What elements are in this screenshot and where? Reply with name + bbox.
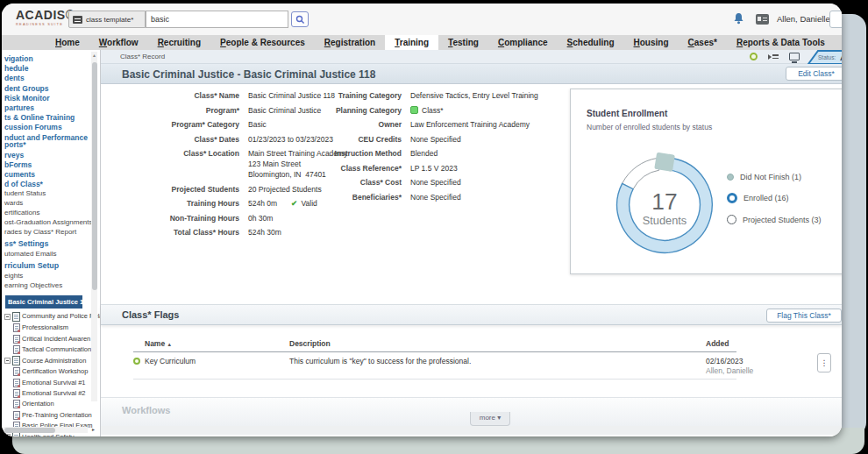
tree-collapse-toggle[interactable] bbox=[4, 358, 11, 364]
sidebar-item-d-of-class[interactable]: d of Class* bbox=[4, 181, 88, 188]
detail-value: LP 1.5 V 2023 bbox=[410, 163, 458, 174]
tree-collapse-toggle[interactable] bbox=[4, 314, 11, 320]
category-color-swatch bbox=[410, 106, 418, 114]
sidebar-item-wards[interactable]: wards bbox=[4, 200, 88, 207]
nav-tab-housing[interactable]: Housing bbox=[624, 35, 679, 50]
notifications-bell-icon[interactable] bbox=[733, 12, 744, 28]
nav-tab-compliance[interactable]: Compliance bbox=[488, 35, 558, 50]
tree-item-professionalism[interactable]: Professionalism bbox=[4, 323, 88, 332]
sidebar-item-ts-online-training[interactable]: ts & Online Training bbox=[4, 114, 88, 122]
sidebar-item-eights[interactable]: eights bbox=[4, 273, 88, 280]
detail-label: Beneficiaries* bbox=[296, 192, 402, 202]
sidebar-item-cuments[interactable]: cuments bbox=[4, 171, 88, 179]
sidebar-item-utomated-emails[interactable]: utomated Emails bbox=[4, 251, 88, 258]
detail-label: Class* Cost bbox=[296, 177, 402, 188]
status-tab[interactable]: Status: Active bbox=[807, 50, 842, 65]
outline-panel-icon[interactable] bbox=[768, 54, 779, 60]
nav-tab-budgeting[interactable]: Budgeting bbox=[835, 35, 842, 50]
sidebar-item-cussion-forums[interactable]: cussion Forums bbox=[4, 124, 88, 131]
sidebar-item-dent-groups[interactable]: dent Groups bbox=[4, 85, 88, 93]
sidebar-item-hedule[interactable]: hedule bbox=[4, 65, 88, 73]
detail-label: Training Category bbox=[296, 90, 402, 101]
tree-item-tactical-communication[interactable]: Tactical Communication bbox=[4, 345, 88, 354]
document-icon bbox=[13, 335, 20, 344]
sidebar-item-tudent-status[interactable]: tudent Status bbox=[4, 190, 88, 197]
main-panel: Class* Record Status: Active Basic Crimi… bbox=[101, 50, 842, 436]
document-icon bbox=[13, 345, 20, 354]
tree-item-course-administration[interactable]: Course Administration bbox=[4, 356, 88, 365]
sidebar-item-selected[interactable]: Basic Criminal Justice 118 bbox=[5, 295, 82, 309]
tree-item-orientation[interactable]: Orientation bbox=[4, 400, 88, 408]
tree-item-pre-training-orientation[interactable]: Pre-Training Orientation bbox=[4, 411, 88, 420]
status-label: Status: bbox=[818, 54, 836, 60]
tree-item-critical-incident-awaren[interactable]: Critical Incident Awaren bbox=[4, 335, 88, 344]
tree-item-community-and-police-rela[interactable]: Community and Police Rela bbox=[4, 312, 88, 322]
column-header-description[interactable]: Description bbox=[289, 339, 331, 348]
scroll-up-icon[interactable]: ▲ bbox=[91, 53, 97, 59]
nav-tab-home[interactable]: Home bbox=[46, 35, 89, 50]
nav-tab-recruiting[interactable]: Recruiting bbox=[148, 35, 210, 50]
nav-tab-testing[interactable]: Testing bbox=[438, 35, 488, 50]
user-menu[interactable]: Allen, Danielle▾ bbox=[777, 14, 836, 24]
donut-center-value: 17 bbox=[651, 188, 677, 215]
nav-tab-training[interactable]: Training bbox=[385, 35, 438, 50]
detail-label: Class* Name bbox=[105, 90, 239, 101]
sidebar-item-earning-objectives[interactable]: earning Objectives bbox=[4, 282, 88, 289]
donut-segment-projected-students bbox=[623, 158, 659, 188]
sign-out-button[interactable]: Sign Out bbox=[829, 11, 842, 28]
flag-this-class-button[interactable]: Flag This Class* bbox=[766, 309, 842, 323]
nav-tab-cases[interactable]: Cases* bbox=[679, 35, 727, 50]
sidebar-item-risk-monitor[interactable]: Risk Monitor bbox=[4, 95, 88, 103]
sidebar-item-rveys[interactable]: rveys bbox=[4, 152, 88, 160]
sidebar-item-ertifications[interactable]: ertifications bbox=[4, 209, 88, 216]
tree-item-label: Pre-Training Orientation bbox=[22, 412, 92, 419]
nav-tab-reports-data-tools[interactable]: Reports & Data Tools bbox=[727, 35, 835, 50]
tree-item-emotional-survival-1[interactable]: Emotional Survival #1 bbox=[4, 379, 88, 387]
detail-label: Class* Dates bbox=[105, 134, 239, 145]
tree-item-emotional-survival-2[interactable]: Emotional Survival #2 bbox=[4, 389, 88, 398]
scrollbar-thumb[interactable] bbox=[4, 428, 55, 433]
record-status-dot-icon[interactable] bbox=[750, 53, 758, 60]
more-dropdown[interactable]: more ▾ bbox=[470, 412, 510, 426]
row-actions-kebab-button[interactable]: ⋮ bbox=[817, 353, 831, 372]
sidebar-item-vigation[interactable]: vigation bbox=[4, 55, 88, 63]
sidebar-horizontal-scrollbar[interactable]: ▸ bbox=[4, 427, 88, 433]
detail-row-ceu-credits: CEU CreditsNone Specified bbox=[296, 134, 568, 145]
search-scope-dropdown[interactable]: class template* bbox=[68, 11, 146, 28]
sidebar-item-dents[interactable]: dents bbox=[4, 74, 88, 82]
detail-label: Total Class* Hours bbox=[105, 227, 239, 238]
tree-collapse-toggle[interactable] bbox=[4, 434, 11, 436]
tree-item-certification-workshop[interactable]: Certification Workshop bbox=[4, 367, 88, 376]
nav-tab-workflow[interactable]: Workflow bbox=[89, 35, 148, 50]
search-button[interactable] bbox=[291, 11, 309, 27]
nav-tab-people-resources[interactable]: People & Resources bbox=[210, 35, 315, 50]
scrollbar-thumb[interactable] bbox=[92, 62, 97, 290]
id-card-icon[interactable] bbox=[756, 14, 769, 25]
tree-item-label: Emotional Survival #1 bbox=[22, 380, 86, 387]
flag-name[interactable]: Key Curriculum bbox=[145, 357, 196, 365]
detail-row-non-training-hours: Non-Training Hours0h 30m bbox=[105, 213, 399, 223]
flag-description: This curriculum is "key" to success for … bbox=[289, 357, 471, 365]
sidebar-item-ost-graduation-assignments[interactable]: ost-Graduation Assignments bbox=[4, 219, 88, 226]
nav-tab-scheduling[interactable]: Scheduling bbox=[558, 35, 624, 50]
sidebar-item-nduct-and-performance-ports[interactable]: nduct and Performance ports* bbox=[4, 134, 88, 149]
sort-asc-icon: ▲ bbox=[167, 342, 172, 347]
monitor-icon[interactable] bbox=[789, 53, 800, 60]
sidebar-item-partures[interactable]: partures bbox=[4, 104, 88, 112]
detail-label: Program* Category bbox=[105, 119, 239, 130]
sidebar-item-rriculum-setup[interactable]: rriculum Setup bbox=[4, 262, 88, 270]
column-header-name[interactable]: Name▲ bbox=[145, 339, 172, 348]
edit-class-button[interactable]: Edit Class* bbox=[786, 67, 842, 81]
document-icon bbox=[13, 323, 20, 332]
detail-row-planning-category: Planning CategoryClass* bbox=[296, 105, 568, 116]
sidebar-vertical-scrollbar[interactable]: ▲ bbox=[91, 52, 97, 401]
nav-tab-registration[interactable]: Registration bbox=[315, 35, 385, 50]
sidebar-item-bforms[interactable]: bForms bbox=[4, 161, 88, 169]
scroll-right-icon[interactable]: ▸ bbox=[92, 427, 95, 433]
detail-label: Class Reference* bbox=[296, 163, 402, 174]
sidebar-item-rades-by-class-report[interactable]: rades by Class* Report bbox=[4, 229, 88, 236]
search-input[interactable] bbox=[146, 11, 288, 28]
tree-item-label: Community and Police Rela bbox=[22, 313, 101, 320]
column-header-added[interactable]: Added bbox=[706, 339, 729, 348]
sidebar-item-ss-settings[interactable]: ss* Settings bbox=[4, 240, 88, 248]
